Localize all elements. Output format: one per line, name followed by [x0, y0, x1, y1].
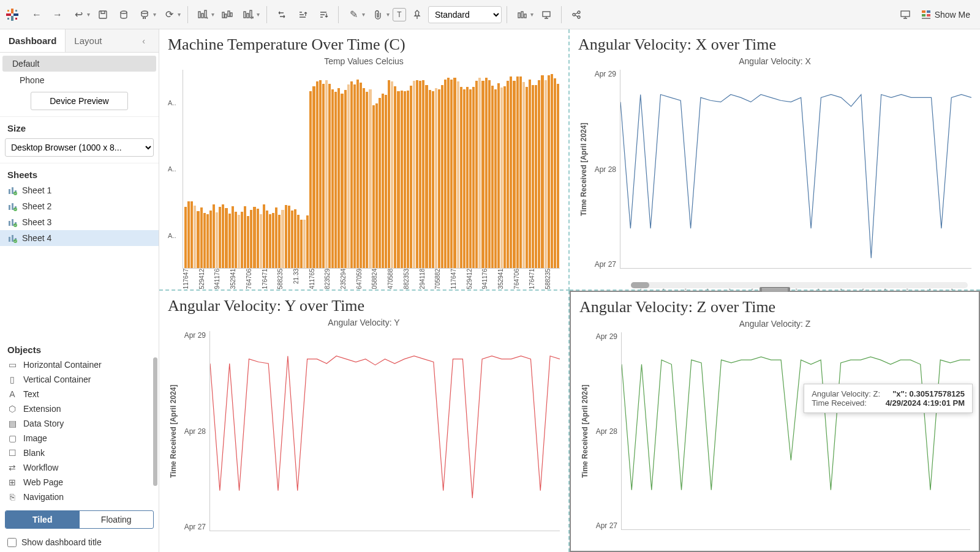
panel-angular-z[interactable]: ✕ ↗ ▾ Angular Velocity: Z over Time Angu…	[570, 291, 980, 552]
x-axis: ar_vel..ector3""x": 0.0"x":0.0}140625}42…	[579, 530, 970, 552]
svg-rect-26	[543, 12, 550, 17]
line-plot	[621, 332, 970, 530]
object-data-story[interactable]: ▤Data Story	[0, 416, 159, 431]
object-image[interactable]: ▢Image	[0, 431, 159, 446]
resize-handle[interactable]	[760, 287, 790, 292]
refresh-button[interactable]: ⟳	[159, 5, 179, 24]
sheet-item[interactable]: Sheet 4	[0, 230, 159, 246]
horizontal-scrollbar[interactable]	[631, 282, 968, 288]
svg-rect-11	[198, 12, 200, 18]
text-label-button[interactable]: T	[393, 8, 406, 21]
show-cards-button[interactable]	[512, 5, 532, 24]
swap-button[interactable]	[272, 5, 292, 24]
panel-angular-y[interactable]: Angular Velocity: Y over Time Angular Ve…	[159, 291, 570, 552]
svg-point-10	[141, 11, 148, 13]
svg-rect-44	[9, 221, 10, 226]
object-web-page[interactable]: ⊞Web Page	[0, 475, 159, 490]
sheet-item[interactable]: Sheet 1	[0, 182, 159, 198]
new-worksheet-button[interactable]: +	[193, 5, 213, 24]
undo-button[interactable]: ↩	[69, 5, 88, 24]
object-workflow[interactable]: ⇄Workflow	[0, 460, 159, 475]
svg-rect-4	[7, 10, 9, 12]
svg-rect-5	[15, 10, 17, 12]
sheet-item[interactable]: Sheet 3	[0, 214, 159, 230]
worksheet-icon	[7, 233, 17, 243]
size-heading: Size	[0, 117, 159, 136]
duplicate-sheet-button[interactable]	[217, 5, 237, 24]
sheet-item[interactable]: Sheet 2	[0, 198, 159, 214]
layout-mode-toggle: Tiled Floating	[5, 510, 154, 529]
datasource-button[interactable]	[114, 5, 134, 24]
panel-temperature[interactable]: Machine Temperature Over Time (C) Temp V…	[159, 29, 570, 291]
back-button[interactable]: ←	[27, 5, 47, 24]
save-button[interactable]	[93, 5, 113, 24]
svg-rect-32	[927, 10, 930, 13]
forward-button[interactable]: →	[48, 5, 67, 24]
svg-rect-24	[521, 12, 523, 18]
svg-rect-33	[922, 14, 925, 17]
y-axis-title: Time Received [April 2024]	[579, 332, 590, 530]
pin-button[interactable]	[407, 5, 427, 24]
tab-dashboard[interactable]: Dashboard	[0, 29, 65, 52]
pause-data-button[interactable]	[135, 5, 154, 24]
object-vertical-container[interactable]: ▯Vertical Container	[0, 372, 159, 387]
device-phone[interactable]: Phone	[2, 72, 156, 88]
chevron-left-icon: ‹	[142, 36, 150, 46]
panel-title: Angular Velocity: Z over Time	[579, 298, 970, 316]
device-preview-button[interactable]: Device Preview	[31, 92, 127, 110]
show-me-button[interactable]: Show Me	[916, 10, 975, 20]
svg-rect-18	[230, 13, 232, 17]
size-select[interactable]: Desktop Browser (1000 x 8...	[5, 138, 154, 157]
y-axis-title: Time Received [April 2024]	[578, 70, 589, 269]
svg-rect-37	[12, 187, 13, 194]
object-horizontal-container[interactable]: ▭Horizontal Container	[0, 357, 159, 372]
show-me-label: Show Me	[935, 10, 970, 20]
sort-desc-button[interactable]	[314, 5, 333, 24]
floating-button[interactable]: Floating	[80, 511, 154, 528]
svg-rect-23	[518, 13, 520, 18]
attach-button[interactable]	[368, 5, 388, 24]
svg-rect-30	[901, 11, 910, 17]
panel-angular-x[interactable]: Angular Velocity: X over Time Angular Ve…	[570, 29, 980, 291]
clear-sheet-button[interactable]: ✕	[238, 5, 258, 24]
presentation-button[interactable]	[537, 5, 556, 24]
panel-subtitle: Angular Velocity: Y	[168, 318, 560, 327]
svg-rect-41	[12, 203, 13, 210]
panel-subtitle: Angular Velocity: X	[578, 56, 971, 66]
object-text[interactable]: AText	[0, 387, 159, 401]
svg-rect-7	[15, 18, 17, 20]
object-blank[interactable]: ☐Blank	[0, 446, 159, 460]
svg-rect-45	[12, 219, 13, 226]
highlight-button[interactable]: ✎	[344, 5, 363, 24]
device-default[interactable]: Default	[2, 56, 156, 72]
show-title-checkbox[interactable]: Show dashboard title	[0, 532, 159, 552]
blank-icon: ☐	[7, 448, 17, 458]
scrollbar[interactable]	[153, 357, 157, 486]
svg-rect-16	[225, 14, 227, 18]
data-story-icon: ▤	[7, 419, 17, 428]
svg-rect-20	[247, 13, 249, 18]
extension-icon: ⬡	[7, 404, 17, 414]
line-plot	[620, 70, 971, 269]
y-axis: Apr 29Apr 28Apr 27	[590, 332, 621, 530]
fit-select[interactable]: Standard	[428, 6, 502, 23]
svg-rect-1	[11, 16, 13, 21]
presentation-mode-button[interactable]	[895, 5, 915, 24]
svg-rect-2	[6, 13, 11, 16]
svg-point-9	[121, 11, 127, 13]
svg-rect-34	[927, 14, 930, 17]
share-button[interactable]	[567, 5, 586, 24]
svg-rect-17	[228, 11, 230, 17]
svg-rect-31	[922, 10, 925, 13]
svg-point-27	[573, 13, 575, 16]
object-navigation[interactable]: ⎘Navigation	[0, 490, 159, 504]
object-extension[interactable]: ⬡Extension	[0, 401, 159, 416]
panel-title: Angular Velocity: Y over Time	[168, 297, 560, 315]
y-axis: A..A..A..	[168, 70, 183, 269]
svg-rect-0	[11, 9, 13, 13]
x-axis: 19.02411764719.35352941219.68294117620.0…	[168, 269, 560, 291]
sort-asc-button[interactable]	[293, 5, 312, 24]
tiled-button[interactable]: Tiled	[6, 511, 80, 528]
tab-layout[interactable]: Layout‹	[65, 29, 159, 52]
svg-rect-12	[202, 13, 203, 18]
